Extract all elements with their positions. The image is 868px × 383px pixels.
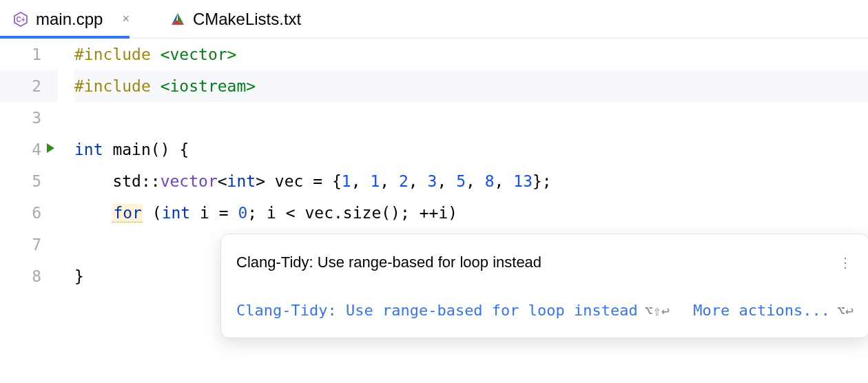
- tooltip-title: Clang-Tidy: Use range-based for loop ins…: [236, 247, 541, 278]
- code-line: int main() {: [74, 134, 868, 165]
- line-number: 3: [32, 109, 51, 127]
- more-actions-link[interactable]: More actions...: [693, 295, 830, 327]
- code-line: [74, 102, 868, 134]
- line-number: 6: [32, 204, 51, 222]
- cpp-file-icon: C+: [12, 11, 29, 28]
- cmake-file-icon: [169, 11, 186, 28]
- shortcut-hint: ⌥↩: [837, 295, 854, 327]
- gutter-row: 5: [0, 165, 58, 197]
- code-line: #include <iostream>: [74, 70, 868, 102]
- gutter-row: 7: [0, 229, 58, 260]
- gutter-row: 3: [0, 102, 58, 134]
- tab-cmakelists[interactable]: CMakeLists.txt: [169, 0, 313, 38]
- tab-bar: C+ main.cpp × CMakeLists.txt: [0, 0, 868, 39]
- svg-text:C+: C+: [16, 16, 25, 23]
- quick-fix-link[interactable]: Clang-Tidy: Use range-based for loop ins…: [236, 295, 638, 327]
- inspection-tooltip: Clang-Tidy: Use range-based for loop ins…: [220, 234, 868, 338]
- tab-label: main.cpp: [36, 10, 103, 29]
- line-number: 8: [32, 267, 51, 285]
- line-number: 2: [32, 77, 51, 95]
- gutter-row: 8: [0, 260, 58, 292]
- run-icon[interactable]: [44, 142, 56, 157]
- line-number: 5: [32, 172, 51, 190]
- kebab-menu-icon[interactable]: ⋮: [836, 247, 854, 278]
- gutter-row: 1: [0, 39, 58, 70]
- line-number: 1: [32, 45, 51, 63]
- close-icon[interactable]: ×: [114, 12, 138, 26]
- gutter: 1 2 3 4 5 6 7 8: [0, 39, 58, 292]
- gutter-row: 2: [0, 70, 58, 102]
- code-line: #include <vector>: [74, 39, 868, 70]
- gutter-row: 6: [0, 197, 58, 229]
- code-editor[interactable]: 1 2 3 4 5 6 7 8 #include <vector> #inclu…: [0, 39, 868, 292]
- code-line: std::vector<int> vec = {1, 1, 2, 3, 5, 8…: [74, 165, 868, 197]
- shortcut-hint: ⌥⇧↩: [645, 295, 670, 327]
- warning-highlight: for: [112, 204, 143, 222]
- gutter-row: 4: [0, 134, 58, 165]
- tab-label: CMakeLists.txt: [193, 10, 301, 29]
- code-content[interactable]: #include <vector> #include <iostream> in…: [58, 39, 868, 292]
- tab-main-cpp[interactable]: C+ main.cpp ×: [12, 0, 150, 38]
- code-line: for (int i = 0; i < vec.size(); ++i): [74, 197, 868, 229]
- line-number: 7: [32, 236, 51, 253]
